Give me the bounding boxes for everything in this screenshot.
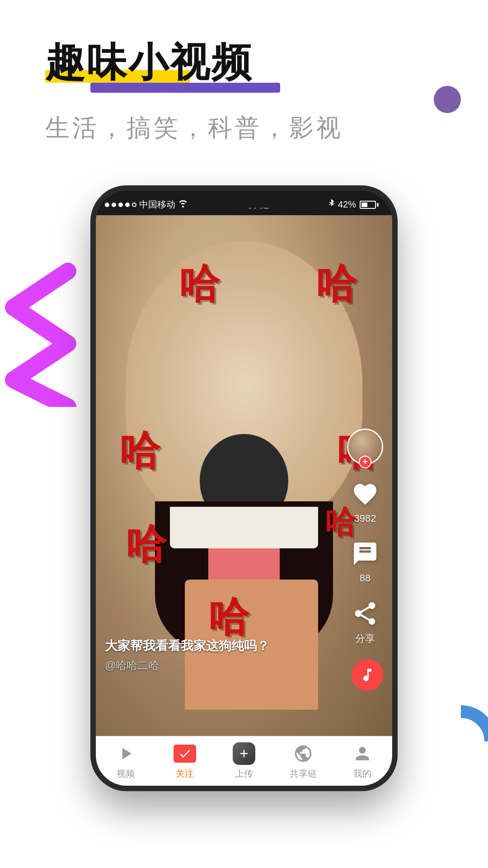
nav-item-upload[interactable]: + 上传 [214, 742, 273, 780]
phone-mockup-section: 中国移动 9:41 42% [0, 185, 488, 791]
ha-char-3: 哈 [119, 424, 160, 479]
wifi-icon [178, 199, 188, 210]
comment-count: 88 [360, 572, 371, 584]
video-caption: 大家帮我看看我家这狗纯吗？ @哈哈二哈 [105, 637, 347, 673]
like-action[interactable]: 3982 [349, 478, 381, 524]
header-section: 趣味小视频 生活，搞笑，科普，影视 [0, 0, 488, 158]
signal-dot-4 [125, 203, 130, 207]
nav-label-video: 视频 [117, 768, 135, 780]
nav-item-share[interactable]: 共享链 [274, 742, 333, 780]
caption-text: 大家帮我看看我家这狗纯吗？ [105, 637, 347, 655]
status-left: 中国移动 [105, 198, 188, 211]
comment-action[interactable]: 88 [349, 538, 381, 584]
signal-dot-1 [105, 203, 109, 207]
signal-dot-3 [118, 203, 123, 207]
share-label: 分享 [355, 632, 375, 646]
ha-char-1: 哈 [179, 257, 220, 312]
bottom-nav: 视频 关注 + 上传 [96, 736, 392, 786]
caption-user: @哈哈二哈 [105, 658, 347, 673]
dog-teeth [170, 507, 318, 548]
share-icon[interactable] [349, 598, 381, 629]
nav-item-mine[interactable]: 我的 [333, 742, 392, 780]
music-button[interactable] [352, 659, 383, 691]
nav-label-follow: 关注 [176, 768, 194, 780]
ha-char-2: 哈 [316, 257, 357, 312]
avatar-container[interactable]: + [347, 429, 383, 465]
phone-frame: 中国移动 9:41 42% [90, 185, 398, 791]
carrier-label: 中国移动 [139, 198, 175, 211]
nav-label-upload: 上传 [235, 768, 253, 780]
battery-icon [360, 201, 379, 209]
nav-label-mine: 我的 [353, 768, 371, 780]
heart-icon[interactable] [349, 478, 381, 510]
upload-nav-icon: + [233, 742, 255, 765]
page-subtitle: 生活，搞笑，科普，影视 [45, 112, 443, 145]
signal-dots [105, 203, 136, 207]
mine-nav-icon [351, 742, 374, 765]
share-nav-icon [292, 742, 314, 765]
follow-nav-icon [174, 742, 196, 765]
video-nav-icon [114, 742, 137, 765]
right-actions: + 3982 [347, 429, 383, 646]
nav-label-share: 共享链 [290, 768, 317, 780]
status-right: 42% [328, 199, 379, 210]
share-action[interactable]: 分享 [349, 598, 381, 646]
comment-icon[interactable] [349, 538, 381, 570]
follow-plus-button[interactable]: + [359, 456, 371, 468]
title-wrapper: 趣味小视频 [45, 41, 253, 85]
nav-item-follow[interactable]: 关注 [155, 742, 214, 780]
signal-dot-5 [132, 203, 136, 207]
battery-label: 42% [338, 199, 356, 210]
page-title: 趣味小视频 [45, 41, 253, 85]
video-area[interactable]: 哈 哈 哈 哈 哈 哈 哈 + [96, 215, 392, 736]
nav-item-video[interactable]: 视频 [96, 742, 155, 780]
signal-dot-2 [112, 203, 116, 207]
bluetooth-icon [328, 199, 334, 210]
phone-notch [194, 191, 294, 208]
ha-char-5: 哈 [126, 517, 166, 572]
like-count: 3982 [354, 513, 376, 524]
